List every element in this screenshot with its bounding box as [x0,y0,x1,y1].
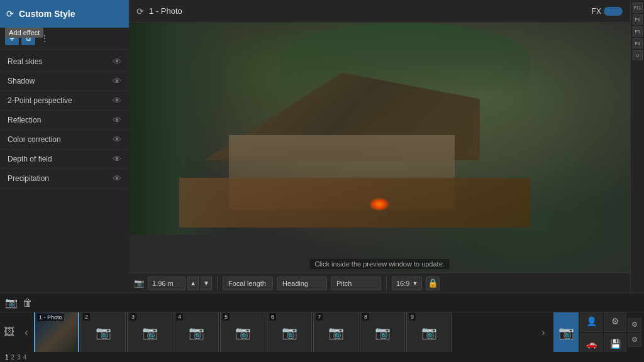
filmstrip-toolbar: 📷 🗑 [0,293,644,312]
effect-item-shadow[interactable]: Shadow 👁 [0,72,129,91]
film-empty-icon-2: 📷 [96,325,111,340]
pitch-field[interactable]: Pitch [331,277,381,290]
distance-input[interactable] [148,277,186,290]
settings-button-bottom[interactable]: 💾 [604,333,626,353]
distance-down-button[interactable]: ▼ [201,277,212,290]
panorama-mode-button[interactable]: 👤 [580,312,602,332]
film-empty-icon-5: 📷 [235,325,251,340]
image-gallery-icon: 🖼 [4,326,15,339]
viewport-title-area: ⟳ 1 - Photo [136,6,182,16]
fx-label: FX [592,7,601,16]
filmstrip-items: 1 - Photo 📷 2 📷 3 📷 4 📷 [34,312,536,352]
right-panel: F11 F6 F5 F4 U [630,0,644,293]
film-item-6[interactable]: 📷 6 [267,312,312,352]
heading-field[interactable]: Heading [277,277,327,290]
filmstrip-left-icon[interactable]: 🖼 [0,326,19,339]
settings-buttons-column: ⚙ 💾 [604,312,626,352]
aspect-ratio-control[interactable]: 16:9 ▼ [392,277,422,290]
film-label-5: 5 [223,313,230,321]
film-label-8: 8 [362,313,369,321]
film-empty-icon-3: 📷 [142,325,158,340]
filmstrip-delete-button[interactable]: 🗑 [23,297,33,309]
page-number-4[interactable]: 4 [23,354,27,361]
filmstrip-add-button[interactable]: 📷 [5,297,18,309]
viewport-controls: 📷 ▲ ▼ Focal length Heading [129,273,630,293]
film-item-5[interactable]: 📷 5 [220,312,265,352]
bottom-strip: 📷 🗑 🖼 ‹ 1 - Photo 📷 2 📷 [0,293,644,362]
page-number-2[interactable]: 2 [11,354,15,361]
extra-button-top[interactable]: ⚙ [628,318,641,332]
film-item-4[interactable]: 📷 4 [174,312,219,352]
film-label-1: 1 - Photo [37,314,64,321]
eye-icon-shadow[interactable]: 👁 [113,76,121,86]
eye-icon-reflection[interactable]: 👁 [113,115,121,125]
distance-up-button[interactable]: ▲ [187,277,199,290]
chevron-down-icon: ▼ [412,280,418,287]
u-key[interactable]: U [633,50,643,60]
viewport-header: ⟳ 1 - Photo FX [129,0,630,23]
focal-length-field[interactable]: Focal length [223,277,273,290]
effect-name-depth-of-field: Depth of field [8,155,52,163]
settings-button-top[interactable]: ⚙ [604,312,626,332]
film-item-8[interactable]: 📷 8 [360,312,405,352]
effect-item-color-correction[interactable]: Color correction 👁 [0,130,129,150]
film-item-2[interactable]: 📷 2 [80,312,126,352]
f6-key[interactable]: F6 [633,14,643,25]
f4-key[interactable]: F4 [633,38,643,48]
settings-icon: ⚙ [611,316,619,326]
effect-name-reflection: Reflection [8,116,41,124]
panel-header: ⟳ Custom Style [0,0,129,28]
effect-item-precipitation[interactable]: Precipitation 👁 [0,169,129,189]
page-number-1[interactable]: 1 [5,354,9,361]
viewport-title: 1 - Photo [149,6,182,16]
mode-buttons-column: 👤 🚗 [580,312,602,352]
video-icon: 🚗 [586,339,597,349]
effect-item-reflection[interactable]: Reflection 👁 [0,111,129,130]
photo-mode-button[interactable]: 📷 [553,312,579,352]
film-item-7[interactable]: 📷 7 [313,312,358,352]
eye-icon-precipitation[interactable]: 👁 [113,173,121,184]
film-empty-icon-9: 📷 [421,325,437,340]
viewport-content[interactable]: Click inside the preview window to updat… [129,23,630,273]
camera-icon: 📷 [134,278,144,288]
film-item-3[interactable]: 📷 3 [127,312,172,352]
film-item-1[interactable]: 1 - Photo [34,312,79,352]
eye-icon-depth-of-field[interactable]: 👁 [113,154,121,164]
film-empty-icon-4: 📷 [189,325,204,340]
distance-group: ▲ ▼ [148,277,212,290]
extra-buttons-column: ⚙ ⚙ [628,318,641,347]
film-label-4: 4 [176,313,183,321]
viewport-icon: ⟳ [136,6,144,16]
lock-aspect-button[interactable]: 🔒 [426,277,440,290]
extra-button-bottom[interactable]: ⚙ [628,333,641,347]
effect-name-real-skies: Real skies [8,57,42,66]
panorama-icon: 👤 [586,316,597,326]
film-label-2: 2 [83,313,90,321]
filmstrip-scroll-left-button[interactable]: ‹ [19,327,34,338]
effect-name-2point-perspective: 2-Point perspective [8,96,72,105]
eye-icon-real-skies[interactable]: 👁 [113,57,121,67]
f5-key[interactable]: F5 [633,26,643,36]
left-panel: ⟳ Custom Style Add effect + ⧉ ⋮ Real ski… [0,0,129,293]
effect-item-depth-of-field[interactable]: Depth of field 👁 [0,150,129,169]
page-number-3[interactable]: 3 [17,354,21,361]
film-empty-icon-8: 📷 [375,325,391,340]
effect-item-2point-perspective[interactable]: 2-Point perspective 👁 [0,91,129,111]
panel-title: Custom Style [19,9,75,19]
fx-toggle[interactable] [604,7,623,16]
center-area: ⟳ 1 - Photo FX [129,0,630,293]
f11-key[interactable]: F11 [633,3,643,13]
page-numbers: 1234 [0,352,644,362]
filmstrip-area: 🖼 ‹ 1 - Photo 📷 2 📷 3 [0,312,644,352]
video-mode-button[interactable]: 🚗 [580,333,602,353]
fx-badge: FX [592,7,623,16]
preview-image[interactable] [129,23,630,273]
effect-list: Real skies 👁 Shadow 👁 2-Point perspectiv… [0,50,129,293]
add-effect-tooltip: Add effect [5,28,43,38]
eye-icon-2point-perspective[interactable]: 👁 [113,96,121,106]
filmstrip-scroll-right-button[interactable]: › [536,327,551,338]
film-item-9[interactable]: 📷 9 [406,312,452,352]
effect-item-real-skies[interactable]: Real skies 👁 [0,52,129,72]
eye-icon-color-correction[interactable]: 👁 [113,134,121,145]
save-icon: 💾 [610,339,621,349]
